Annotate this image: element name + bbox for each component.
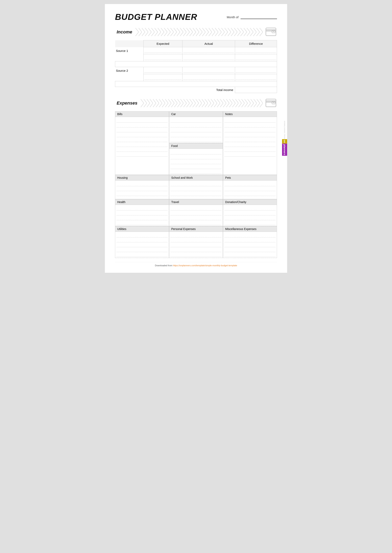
source1-label: Source 1: [115, 47, 144, 54]
utilities-row: [116, 233, 168, 237]
travel-row: [170, 220, 222, 225]
header: BUDGET PLANNER Month of: [115, 12, 277, 22]
total-income-label: Total income: [182, 87, 235, 93]
pets-body: [223, 180, 277, 197]
personal-row: [170, 247, 222, 252]
housing-row: [116, 181, 168, 186]
health-title: Health: [115, 199, 169, 205]
expenses-chevrons: [141, 99, 263, 107]
donation-row: [224, 215, 276, 220]
source1-row: Source 1: [115, 47, 277, 54]
car-body: [169, 117, 223, 143]
personal-body: [169, 232, 223, 258]
total-income-row: Total income: [115, 87, 277, 93]
car-row: [170, 122, 222, 128]
travel-row: [170, 210, 222, 215]
svg-rect-6: [266, 99, 276, 107]
income-table: Expected Actual Difference Source 1 Sour…: [115, 40, 277, 93]
food-row: [170, 150, 222, 154]
school-work-title: School and Work: [169, 175, 223, 180]
month-of-section: Month of: [227, 15, 277, 19]
category-car: Car: [169, 111, 223, 143]
utilities-title: Utilities: [115, 226, 169, 232]
personal-title: Personal Expenses: [169, 226, 223, 232]
personal-row: [170, 242, 222, 247]
expenses-grid: Bills Car N: [115, 111, 277, 258]
notes-body: [223, 117, 277, 158]
car-row: [170, 128, 222, 132]
source2-label: Source 2: [115, 67, 144, 74]
pets-row: [224, 181, 276, 186]
donation-row: [224, 206, 276, 210]
source2-row: Source 2: [115, 67, 277, 74]
source1-expected[interactable]: [144, 47, 182, 54]
category-housing: Housing: [115, 175, 169, 199]
food-row: [170, 154, 222, 159]
category-food: Food: [169, 143, 223, 175]
category-notes: Notes: [223, 111, 277, 175]
travel-row: [170, 215, 222, 220]
watermark-planners: planners: [282, 144, 287, 156]
housing-row: [116, 191, 168, 196]
notes-row: [224, 137, 276, 142]
misc-row: [224, 252, 276, 257]
expenses-label: Expenses: [115, 99, 141, 108]
bills-row: [116, 118, 168, 122]
school-work-body: [169, 180, 223, 197]
utilities-row: [116, 237, 168, 242]
housing-title: Housing: [115, 175, 169, 180]
health-row: [116, 220, 168, 225]
month-input-line[interactable]: [241, 15, 277, 19]
food-row: [170, 159, 222, 164]
health-body: [115, 205, 169, 226]
personal-row: [170, 237, 222, 242]
notes-row: [224, 152, 276, 157]
category-travel: Travel: [169, 199, 223, 226]
category-personal: Personal Expenses: [169, 226, 223, 258]
donation-title: Donation/Charity: [223, 199, 277, 205]
category-pets: Pets: [223, 175, 277, 199]
car-row: [170, 137, 222, 142]
col-actual: Actual: [182, 40, 235, 47]
miscellaneous-title: Miscellaneous Expenses: [223, 226, 277, 232]
income-label: Income: [115, 28, 135, 36]
misc-row: [224, 247, 276, 252]
source1-difference[interactable]: [235, 47, 277, 54]
svg-point-9: [273, 102, 274, 103]
bills-row: [116, 147, 168, 152]
notes-title: Notes: [223, 111, 277, 117]
svg-rect-1: [266, 28, 276, 36]
bills-row: [116, 132, 168, 137]
donation-row: [224, 220, 276, 225]
bills-title: Bills: [115, 111, 169, 117]
svg-rect-5: [141, 99, 263, 107]
health-row: [116, 215, 168, 220]
footer-link[interactable]: https://onplanners.com/template/simple-m…: [173, 264, 237, 267]
source1-row2: [115, 54, 277, 61]
miscellaneous-body: [223, 232, 277, 258]
bills-row: [116, 142, 168, 147]
notes-row: [224, 128, 276, 132]
category-school-work: School and Work: [169, 175, 223, 199]
utilities-row: [116, 252, 168, 257]
donation-body: [223, 205, 277, 226]
school-row: [170, 181, 222, 186]
car-title: Car: [169, 111, 223, 117]
health-row: [116, 206, 168, 210]
bills-row: [116, 137, 168, 142]
total-income-value[interactable]: [235, 87, 277, 93]
source2-difference[interactable]: [235, 67, 277, 74]
footer-text: Downloaded from: [155, 264, 173, 267]
source2-actual[interactable]: [182, 67, 235, 74]
notes-row: [224, 118, 276, 122]
source2-expected[interactable]: [144, 67, 182, 74]
source1-actual[interactable]: [182, 47, 235, 54]
wallet-icon-2: [265, 97, 277, 109]
category-miscellaneous: Miscellaneous Expenses: [223, 226, 277, 258]
housing-body: [115, 180, 169, 197]
col-expected: Expected: [144, 40, 182, 47]
source2-row2: [115, 74, 277, 81]
car-row: [170, 132, 222, 137]
food-body: [169, 149, 223, 175]
car-row: [170, 118, 222, 122]
